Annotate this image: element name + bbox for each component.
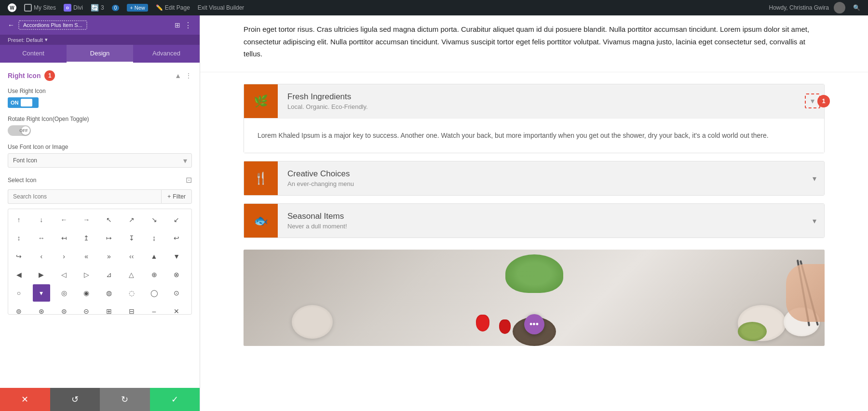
icon-cell-15[interactable]: ↩ [168, 229, 185, 247]
seasonal-icon: 🐟 [254, 214, 268, 227]
icon-cell-18[interactable]: › [55, 248, 73, 265]
icon-cell-10[interactable]: ↤ [55, 229, 73, 247]
icon-cell-30[interactable]: ⊕ [146, 266, 163, 283]
icon-cell-13[interactable]: ↧ [123, 229, 140, 247]
exit-builder-item[interactable]: Exit Visual Builder [194, 0, 248, 15]
icon-cell-8[interactable]: ↕ [10, 229, 27, 247]
collapse-icon[interactable]: ▲ [175, 72, 181, 80]
icon-cell-4[interactable]: ↖ [100, 211, 118, 228]
icon-cell-46[interactable]: – [146, 303, 163, 315]
wp-logo[interactable]: W [4, 0, 20, 15]
preset-bar[interactable]: Preset: Default ▾ [0, 35, 200, 45]
icon-cell-28[interactable]: ⊿ [100, 266, 118, 283]
search-icons-input[interactable] [8, 189, 161, 204]
icon-cell-37[interactable]: ◌ [123, 284, 140, 302]
icon-cell-24[interactable]: ◀ [10, 266, 27, 283]
icon-cell-7[interactable]: ↙ [168, 211, 185, 228]
icon-cell-43[interactable]: ⊝ [78, 303, 95, 315]
panel-menu-icon[interactable]: ⋮ [184, 21, 192, 30]
edit-page-label: Edit Page [165, 4, 190, 11]
cancel-button[interactable]: ✕ [0, 388, 50, 411]
rotate-toggle[interactable]: OFF [8, 125, 31, 136]
section-menu-icon[interactable]: ⋮ [185, 72, 192, 80]
icon-cell-21[interactable]: ‹‹ [123, 248, 140, 265]
use-right-icon-row: Use Right Icon ON [8, 88, 192, 108]
icon-search-row: + Filter [8, 189, 192, 204]
accordion-title-creative: Creative Choices [287, 169, 795, 179]
icon-cell-17[interactable]: ‹ [33, 248, 50, 265]
icon-cell-3[interactable]: → [78, 211, 95, 228]
use-right-icon-toggle[interactable]: ON [8, 97, 39, 108]
floating-action-button[interactable]: ••• [524, 314, 544, 334]
accordion-header-fresh[interactable]: 🌿 Fresh Ingredients Local. Organic. Eco-… [244, 84, 824, 118]
undo-button[interactable]: ↺ [50, 388, 100, 411]
icon-cell-19[interactable]: « [78, 248, 95, 265]
icon-grid[interactable]: ↑ ↓ ← → ↖ ↗ ↘ ↙ ↕ ↔ ↤ ↥ ↦ ↧ ↨ ↩ [8, 209, 192, 315]
accordion-chevron-seasonal[interactable]: ▾ [805, 216, 824, 225]
icon-cell-41[interactable]: ⊛ [33, 303, 50, 315]
edit-page-item[interactable]: ✏️ Edit Page [152, 0, 194, 15]
filter-button[interactable]: + Filter [161, 189, 192, 204]
grid-view-icon[interactable]: ⊞ [175, 21, 180, 29]
icon-cell-42[interactable]: ⊜ [55, 303, 73, 315]
icon-cell-20[interactable]: » [100, 248, 118, 265]
use-right-icon-toggle-wrap: ON [8, 97, 192, 108]
icon-cell-40[interactable]: ⊚ [10, 303, 27, 315]
icon-cell-1[interactable]: ↓ [33, 211, 50, 228]
icon-cell-45[interactable]: ⊟ [123, 303, 140, 315]
icon-cell-47[interactable]: ✕ [168, 303, 185, 315]
tab-design[interactable]: Design [67, 45, 133, 63]
icon-cell-11[interactable]: ↥ [78, 229, 95, 247]
icon-cell-38[interactable]: ◯ [146, 284, 163, 302]
icon-cell-0[interactable]: ↑ [10, 211, 27, 228]
icon-cell-2[interactable]: ← [55, 211, 73, 228]
howdy-item[interactable]: Howdy, Christina Gwira [765, 0, 849, 15]
icon-cell-34[interactable]: ◎ [55, 284, 73, 302]
search-item[interactable]: 🔍 [849, 0, 864, 15]
intro-text: Proin eget tortor risus. Cras ultricies … [200, 15, 868, 72]
right-content: Proin eget tortor risus. Cras ultricies … [200, 15, 868, 411]
tab-advanced[interactable]: Advanced [133, 45, 200, 63]
icon-cell-6[interactable]: ↘ [146, 211, 163, 228]
icon-cell-12[interactable]: ↦ [100, 229, 118, 247]
save-button[interactable]: ✓ [150, 388, 200, 411]
radish-2 [499, 319, 511, 334]
panel-title[interactable]: Accordions Plus Item S... [18, 20, 87, 30]
accordion-subtitle-fresh: Local. Organic. Eco-Friendly. [287, 103, 795, 110]
select-icon-label: Select Icon [8, 177, 36, 184]
redo-button[interactable]: ↻ [100, 388, 150, 411]
icon-cell-36[interactable]: ◍ [100, 284, 118, 302]
counter-item[interactable]: 🔄 3 [87, 0, 108, 15]
divi-label: Divi [73, 4, 83, 11]
icon-cell-14[interactable]: ↨ [146, 229, 163, 247]
accordion-icon-box-seasonal: 🐟 [244, 204, 278, 238]
expand-icon[interactable]: ⊡ [186, 175, 192, 185]
back-icon[interactable]: ← [8, 21, 14, 29]
font-icon-select[interactable]: Font Icon Image [8, 153, 192, 168]
icon-cell-32[interactable]: ○ [10, 284, 27, 302]
icon-cell-35[interactable]: ◉ [78, 284, 95, 302]
icon-cell-9[interactable]: ↔ [33, 229, 50, 247]
accordion-chevron-creative[interactable]: ▾ [805, 174, 824, 183]
icon-cell-27[interactable]: ▷ [78, 266, 95, 283]
panel-content: Right Icon 1 ▲ ⋮ Use Right Icon ON [0, 63, 200, 388]
icon-cell-29[interactable]: △ [123, 266, 140, 283]
tab-content[interactable]: Content [0, 45, 67, 63]
edit-icon: ✏️ [156, 4, 163, 11]
accordion-header-seasonal[interactable]: 🐟 Seasonal Items Never a dull moment! ▾ [244, 204, 824, 238]
icon-cell-16[interactable]: ↪ [10, 248, 27, 265]
icon-cell-31[interactable]: ⊗ [168, 266, 185, 283]
accordion-header-creative[interactable]: 🍴 Creative Choices An ever-changing menu… [244, 161, 824, 195]
icon-cell-26[interactable]: ◁ [55, 266, 73, 283]
new-item[interactable]: + New [123, 0, 152, 15]
my-sites-item[interactable]: My Sites [20, 0, 60, 15]
divi-item[interactable]: D Divi [60, 0, 87, 15]
icon-cell-44[interactable]: ⊞ [100, 303, 118, 315]
icon-cell-22[interactable]: ▲ [146, 248, 163, 265]
icon-cell-33[interactable]: ▾ [33, 284, 50, 302]
comments-item[interactable]: 0 [108, 0, 123, 15]
icon-cell-39[interactable]: ⊙ [168, 284, 185, 302]
icon-cell-5[interactable]: ↗ [123, 211, 140, 228]
icon-cell-25[interactable]: ▶ [33, 266, 50, 283]
icon-cell-23[interactable]: ▼ [168, 248, 185, 265]
